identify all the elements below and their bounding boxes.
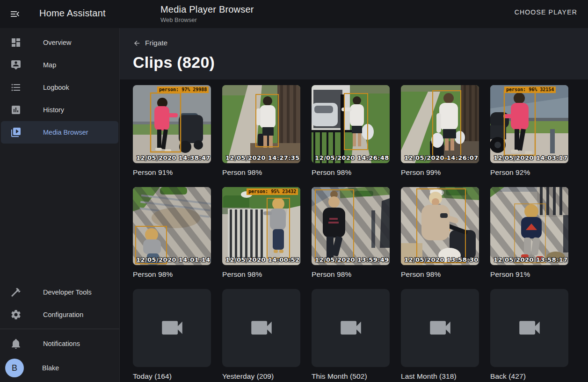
clip-caption: Person 98% [222, 168, 300, 177]
clip-thumbnail-image [133, 85, 211, 163]
clip-timestamp-overlay: 12/05/2020 13:59:49 [315, 256, 389, 263]
clip-card[interactable]: 12/05/2020 14:26:07 [401, 85, 479, 163]
account-tooltip-icon [10, 59, 22, 71]
clip-card[interactable]: 12/05/2020 13:59:49 [312, 187, 390, 265]
clip-thumbnail-image [490, 187, 568, 265]
clip-thumbnail-image [401, 85, 479, 163]
detection-label: person: 97% 29988 [157, 86, 209, 93]
clip-cell: 12/05/2020 14:01:14 Person 98% [133, 187, 211, 279]
sidebar-item-configuration[interactable]: Configuration [1, 303, 118, 326]
video-icon [427, 314, 454, 341]
dialog-subtitle: Web Browser [160, 16, 254, 23]
clip-cell: 12/05/2020 14:26:07 Person 99% [401, 85, 479, 177]
play-box-multiple-icon [10, 127, 22, 138]
clip-cell: 12/05/2020 13:58:17 Person 91% [490, 187, 568, 279]
detection-label: person: 96% 32154 [504, 86, 556, 93]
list-bulleted-icon [10, 82, 22, 93]
folder-caption: Back (427) [490, 372, 568, 381]
sidebar-item-label: Developer Tools [43, 288, 92, 296]
sidebar-item-label: Logbook [43, 84, 69, 91]
page-title: Clips (820) [133, 53, 575, 72]
folder-cell: Today (164) [133, 289, 211, 381]
clip-timestamp-overlay: 12/05/2020 14:03:17 [494, 154, 568, 161]
clip-thumbnail-image [222, 85, 300, 163]
sidebar-item-label: Media Browser [43, 129, 88, 136]
clip-cell: person: 97% 29988 12/05/2020 14:38:47 Pe… [133, 85, 211, 177]
sidebar: Overview Map Logbook History Media Brows… [0, 28, 120, 382]
folder-card-this-month[interactable] [312, 289, 390, 367]
clip-card[interactable]: 12/05/2020 14:01:14 [133, 187, 211, 265]
folder-cell: Yesterday (209) [222, 289, 300, 381]
clip-thumbnail-image [222, 187, 300, 265]
menu-open-icon[interactable] [6, 5, 24, 23]
view-dashboard-icon [10, 37, 22, 48]
folder-caption: Last Month (318) [401, 372, 479, 381]
clip-caption: Person 98% [133, 270, 211, 279]
clip-caption: Person 98% [401, 270, 479, 279]
sidebar-divider [0, 329, 119, 329]
sidebar-item-notifications[interactable]: Notifications [1, 332, 118, 355]
sidebar-item-history[interactable]: History [1, 99, 118, 121]
choose-player-button[interactable]: CHOOSE PLAYER [515, 8, 577, 16]
breadcrumb-back[interactable]: Frigate [133, 39, 167, 47]
arrow-left-icon [133, 39, 141, 47]
sidebar-nav-list: Overview Map Logbook History Media Brows… [0, 28, 119, 144]
clip-thumbnail-image [312, 187, 390, 265]
clip-timestamp-overlay: 12/05/2020 14:01:14 [136, 256, 211, 263]
clip-cell: 12/05/2020 13:58:30 Person 98% [401, 187, 479, 279]
clip-caption: Person 92% [490, 168, 568, 177]
folder-caption: This Month (502) [312, 372, 390, 381]
clip-timestamp-overlay: 12/05/2020 14:38:47 [136, 154, 211, 161]
clip-caption: Person 99% [401, 168, 479, 177]
clip-card[interactable]: 12/05/2020 13:58:30 [401, 187, 479, 265]
folder-card-last-month[interactable] [401, 289, 479, 367]
clip-cell: 12/05/2020 13:59:49 Person 98% [312, 187, 390, 279]
breadcrumb-label: Frigate [145, 39, 167, 47]
clip-thumbnail-image [401, 187, 479, 265]
clip-timestamp-overlay: 12/05/2020 14:26:07 [404, 154, 479, 161]
content-header: Frigate Clips (820) [120, 28, 588, 79]
clip-timestamp-overlay: 12/05/2020 14:26:48 [315, 154, 389, 161]
sidebar-item-profile[interactable]: B Blake [0, 355, 119, 381]
bell-icon [10, 338, 22, 349]
profile-name: Blake [42, 364, 59, 372]
clip-caption: Person 91% [490, 270, 568, 279]
hammer-icon [10, 287, 22, 298]
clip-cell: person: 96% 32154 12/05/2020 14:03:17 Pe… [490, 85, 568, 177]
clip-cell: person: 95% 23432 12/05/2020 14:00:52 Pe… [222, 187, 300, 279]
clip-thumbnail-image [312, 85, 390, 163]
clip-cell: 12/05/2020 14:26:48 Person 98% [312, 85, 390, 177]
dialog-header: Media Player Browser Web Browser [160, 4, 254, 23]
clip-caption: Person 98% [312, 168, 390, 177]
clip-card[interactable]: 12/05/2020 14:27:35 [222, 85, 300, 163]
clip-card[interactable]: 12/05/2020 13:58:17 [490, 187, 568, 265]
folder-card-today[interactable] [133, 289, 211, 367]
video-icon [337, 314, 364, 341]
sidebar-item-media-browser[interactable]: Media Browser [1, 121, 118, 144]
media-browser-panel: Frigate Clips (820) [120, 28, 588, 382]
sidebar-tools-list: Developer Tools Configuration Notificati… [0, 281, 119, 382]
clip-timestamp-overlay: 12/05/2020 13:58:17 [494, 256, 568, 263]
folder-card-yesterday[interactable] [222, 289, 300, 367]
clip-card[interactable]: person: 97% 29988 12/05/2020 14:38:47 [133, 85, 211, 163]
sidebar-item-label: History [43, 106, 64, 114]
clip-card[interactable]: person: 96% 32154 12/05/2020 14:03:17 [490, 85, 568, 163]
clip-card[interactable]: person: 95% 23432 12/05/2020 14:00:52 [222, 187, 300, 265]
clip-caption: Person 91% [133, 168, 211, 177]
folder-cell: Last Month (318) [401, 289, 479, 381]
sidebar-item-label: Map [43, 61, 56, 69]
chart-box-icon [10, 104, 22, 115]
folder-cell: This Month (502) [312, 289, 390, 381]
clip-timestamp-overlay: 12/05/2020 13:58:30 [404, 256, 479, 263]
sidebar-item-logbook[interactable]: Logbook [1, 76, 118, 99]
clip-timestamp-overlay: 12/05/2020 14:00:52 [225, 256, 300, 263]
folder-card-back[interactable] [490, 289, 568, 367]
clip-card[interactable]: 12/05/2020 14:26:48 [312, 85, 390, 163]
gear-icon [10, 309, 22, 320]
sidebar-item-map[interactable]: Map [1, 54, 118, 76]
detection-label: person: 95% 23432 [247, 188, 298, 195]
video-icon [248, 314, 275, 341]
clip-caption: Person 98% [222, 270, 300, 279]
sidebar-item-overview[interactable]: Overview [1, 31, 118, 54]
sidebar-item-developer-tools[interactable]: Developer Tools [1, 281, 118, 303]
